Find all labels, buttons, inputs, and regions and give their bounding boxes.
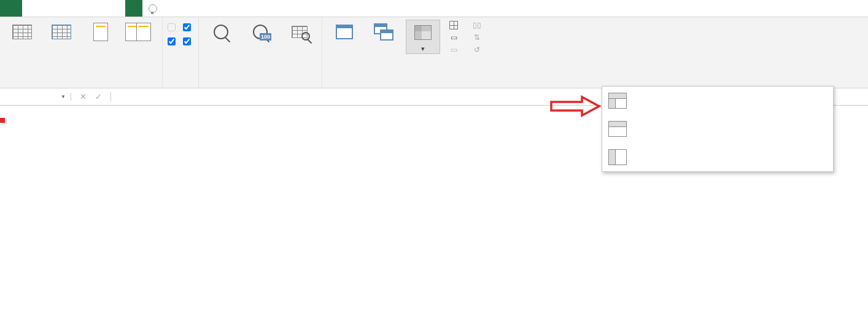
headings-checkbox[interactable] (183, 36, 193, 47)
formula-bar-checkbox[interactable] (183, 22, 193, 33)
magnifier-icon (214, 25, 228, 39)
hide-button[interactable]: ▭ (448, 32, 462, 43)
group-show (163, 17, 199, 88)
tab-data[interactable] (91, 0, 108, 17)
ribbon: 100 ▾ ▭ (0, 17, 868, 88)
multipage-icon (129, 23, 151, 41)
zoom-100-button[interactable]: 100 (243, 20, 277, 45)
freeze-icon (414, 25, 432, 40)
ruler-checkbox[interactable] (168, 22, 178, 33)
zoom-button[interactable] (204, 20, 238, 45)
tab-review[interactable] (108, 0, 125, 17)
reset-position-button: ↺ (471, 44, 486, 55)
menu-bar (0, 0, 868, 17)
tab-insert[interactable] (39, 0, 56, 17)
freeze-first-col-option[interactable] (602, 143, 833, 171)
tab-view[interactable] (125, 0, 142, 17)
group-zoom: 100 (199, 17, 322, 88)
freeze-panes-option[interactable] (602, 87, 833, 115)
hide-icon: ▭ (449, 33, 459, 42)
custom-views-button[interactable] (123, 20, 157, 45)
freeze-panes-button[interactable]: ▾ (406, 20, 440, 54)
normal-view-button[interactable] (5, 20, 39, 45)
magnifier-icon (301, 32, 310, 41)
group-label-views (5, 84, 157, 87)
freeze-row-icon (608, 121, 627, 137)
window-pair-icon (374, 23, 393, 41)
name-box[interactable]: ▼ (0, 93, 71, 101)
page-icon (93, 23, 108, 41)
gridlines-checkbox[interactable] (168, 36, 178, 47)
tab-formulas[interactable] (74, 0, 91, 17)
side-by-side-button: ▯▯ (471, 20, 486, 31)
grid-icon (12, 25, 32, 39)
tab-file[interactable] (0, 0, 22, 17)
group-workbook-views (0, 17, 163, 88)
new-window-button[interactable] (327, 20, 362, 45)
freeze-col-icon (608, 149, 627, 165)
group-label-show (168, 84, 193, 87)
unhide-button[interactable]: ▭ (448, 44, 462, 55)
arrange-all-button[interactable] (366, 20, 401, 45)
enter-icon[interactable]: ✓ (95, 92, 102, 101)
freeze-top-row-option[interactable] (602, 115, 833, 143)
chevron-down-icon: ▼ (61, 94, 66, 99)
split-button[interactable] (448, 20, 462, 31)
tab-home[interactable] (22, 0, 39, 17)
sync-scroll-icon: ⇅ (472, 33, 482, 42)
tell-me-search[interactable] (142, 0, 167, 17)
bulb-icon (149, 4, 157, 13)
window-icon (336, 25, 353, 39)
page-break-button[interactable] (44, 20, 79, 45)
red-arrow-annotation (551, 96, 600, 119)
side-by-side-icon: ▯▯ (472, 20, 482, 30)
group-window: ▾ ▭ ▭ ▯▯ ⇅ ↺ (322, 17, 868, 88)
freeze-panes-dropdown (602, 86, 834, 172)
page-layout-button[interactable] (83, 20, 118, 45)
grid-icon (52, 25, 71, 39)
unhide-icon: ▭ (449, 45, 459, 55)
cancel-icon[interactable]: ✕ (80, 92, 87, 101)
sync-scroll-button: ⇅ (471, 32, 486, 43)
red-highlight-box (0, 118, 5, 123)
group-label-zoom (204, 84, 317, 87)
freeze-both-icon (608, 93, 627, 109)
tab-page-layout[interactable] (56, 0, 74, 17)
zoom-selection-button[interactable] (282, 20, 317, 45)
reset-pos-icon: ↺ (472, 45, 482, 55)
split-icon (449, 21, 458, 29)
